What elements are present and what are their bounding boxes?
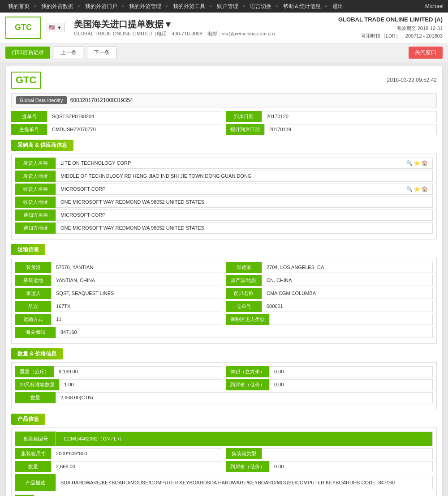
container-no-value: ECMU4482382（CN / L /） (56, 432, 433, 446)
product-section-title: 产品信息 (11, 414, 45, 425)
logo-text: GTC (15, 23, 32, 32)
master-bill-row: 主提单号 CMDUSHZ2070770 报计到岸日期 20170119 (11, 124, 437, 135)
page-subtitle: GLOBAL TRADE ONLINE LIMITED（电话：400-710-3… (74, 30, 338, 37)
hs-code-value: 847160 (56, 327, 433, 338)
consignee-name-label: 收货人名称 (15, 184, 56, 195)
search-icon-2[interactable]: 🔍 (406, 186, 413, 192)
logo-area: GTC 🇺🇸 ▼ (5, 17, 65, 39)
identity-label: Global Data Identity (16, 96, 67, 104)
quantity-section-box: 重量（公斤） 9,169.00 体积（立方米） 0.00 20尺标准箱数量 1.… (11, 362, 437, 409)
language-flag[interactable]: 🇺🇸 ▼ (46, 23, 65, 32)
transport-section-title: 运输信息 (11, 244, 45, 255)
shipper-name-label: 发货人名称 (15, 158, 56, 169)
vessel-value: CMA CGM COLUMBA (262, 288, 433, 299)
voyage-label: 航次 (15, 301, 51, 312)
bill-no-field: 提单号 SQSTSZP0188204 (11, 111, 222, 122)
shipper-icons: 🔍 ⭐ 🏠 (406, 160, 428, 166)
carrier-vessel-row: 承运人 SQST, SEAQUEST LINES 船只名称 CMA CGM CO… (15, 288, 433, 299)
container-20-field: 20尺标准箱数量 1.00 (15, 379, 222, 390)
nav-tools[interactable]: 我的外贸工具 (169, 3, 209, 10)
weight-value: 9,169.00 (54, 366, 222, 377)
page-title: 美国海关进口提单数据 ▾ (74, 18, 338, 30)
weight-field: 重量（公斤） 9,169.00 (15, 366, 222, 377)
bill-row: 提单号 SQSTSZP0188204 到岸日期 20170120 (11, 111, 437, 122)
description-value: SDA HARDWARE/KEYBOARD/MOUSE/COMPUTER KEY… (56, 476, 433, 490)
nav-trade-data[interactable]: 我的外贸数据 (38, 3, 77, 10)
master-bill-field: 主提单号 CMDUSHZ2070770 (11, 124, 222, 135)
voyage-value: 167TX (51, 301, 222, 312)
prod-price-label: 到岸价（估价） (226, 461, 269, 472)
load-place-field: 搭装运地 YANTIAN, CHINA (15, 275, 222, 286)
unload-port-value: 2704, LOS ANGELES, CA (262, 262, 433, 273)
notify-addr-value: ONE MICROSOFT WAY REDMOND WA 98052 UNITE… (56, 222, 433, 234)
time-info: 可用时段（LDR）：200712 - 201803 (338, 32, 443, 40)
nav-portal[interactable]: 我的外贸门户 (82, 3, 121, 10)
consignee-addr-value: ONE MICROSOFT WAY REDMOND WA 98052 UNITE… (56, 197, 433, 208)
nav-language[interactable]: 语言切换 (246, 3, 275, 10)
star-icon[interactable]: ⭐ (414, 160, 420, 166)
home-icon-2[interactable]: 🏠 (422, 186, 428, 192)
nav-help[interactable]: 帮助＆统计信息 (280, 3, 324, 10)
quantity-section-title: 数量 & 价格信息 (11, 348, 63, 359)
nav-logout[interactable]: 退出 (329, 3, 347, 10)
load-place-label: 搭装运地 (15, 275, 51, 286)
consignee-addr-label: 收货人地址 (15, 197, 56, 208)
notify-name-value: MICROSOFT CORP (56, 210, 433, 221)
origin-country-field: 原产国/地区 CN, CHINA (226, 275, 433, 286)
arrival-date-field: 到岸日期 20170120 (226, 111, 437, 122)
page-header: GTC 🇺🇸 ▼ 美国海关进口提单数据 ▾ GLOBAL TRADE ONLIN… (0, 13, 448, 43)
load-port-value: 57078, YANTIAN (51, 262, 222, 273)
print-button[interactable]: 打印贸易记录 (5, 47, 50, 59)
unload-port-label: 卸货港 (226, 262, 262, 273)
weight-label: 重量（公斤） (15, 366, 54, 377)
vessel-label: 船只名称 (226, 288, 262, 299)
consignee-name-row: 收货人名称 MICROSOFT CORP 🔍 ⭐ 🏠 (15, 184, 433, 195)
consignee-name-value: MICROSOFT CORP 🔍 ⭐ 🏠 (56, 184, 433, 195)
prod-price-field: 到岸价（估价） 0.00 (226, 461, 433, 472)
nav-home[interactable]: 我的首页 (4, 3, 33, 10)
supplier-section-title: 采购商 & 供应商信息 (11, 140, 73, 151)
logo: GTC (5, 17, 41, 39)
nav-management[interactable]: 我的外贸管理 (125, 3, 165, 10)
container-size-field: 集装箱尺寸 2000*806*800 (15, 448, 222, 459)
container-no-row: 集装箱编号 ECMU4482382（CN / L /） (15, 432, 433, 446)
arrival-price-label: 到岸价（估价） (226, 379, 269, 390)
bill-no-value: SQSTSZP0188204 (47, 111, 222, 122)
top-toolbar: 打印贸易记录 上一条 下一条 关闭窗口 (0, 43, 448, 62)
master-bill-value: CMDUSHZ2070770 (47, 124, 222, 135)
shipper-name-row: 发货人名称 LITE ON TECHNOLOGY CORP 🔍 ⭐ 🏠 (15, 158, 433, 169)
product-section-box: 集装箱编号 ECMU4482382（CN / L /） 集装箱尺寸 2000*8… (11, 428, 437, 496)
transport-mode-label: 运输方式 (15, 314, 51, 325)
transport-mode-field: 运输方式 11 (15, 314, 222, 325)
volume-label: 体积（立方米） (226, 366, 269, 377)
hs-code-label: 海关编码 (15, 327, 56, 338)
prev-button[interactable]: 上一条 (54, 46, 83, 59)
carrier-field: 承运人 SQST, SEAQUEST LINES (15, 288, 222, 299)
prod-price-value: 0.00 (269, 461, 433, 472)
load-place-value: YANTIAN, CHINA (51, 275, 222, 286)
search-icon[interactable]: 🔍 (406, 160, 413, 166)
load-port-label: 装货港 (15, 262, 51, 273)
nav-account[interactable]: 账户管理 (213, 3, 242, 10)
report-date-value: 20170119 (264, 124, 437, 135)
close-button[interactable]: 关闭窗口 (409, 47, 443, 59)
transport-section-header: 运输信息 (11, 244, 437, 255)
main-content: GTC 2018-03-22 09:52:42 Global Data Iden… (5, 66, 443, 496)
company-name: GLOBAL TRADE ONLINE LIMITED (A) (338, 15, 443, 25)
quantity-section-header: 数量 & 价格信息 (11, 348, 437, 359)
warehouse-value: 000001 (262, 301, 433, 312)
container-type-label: 集装箱类型 (226, 448, 262, 459)
carrier-value: SQST, SEAQUEST LINES (51, 288, 222, 299)
next-button[interactable]: 下一条 (87, 46, 116, 59)
product-section-header: 产品信息 (11, 414, 437, 425)
content-header: GTC 2018-03-22 09:52:42 (11, 72, 437, 89)
top-navigation: 我的首页 ▸ 我的外贸数据 ▸ 我的外贸门户 ▸ 我的外贸管理 ▸ 我的外贸工具… (0, 0, 448, 13)
home-icon[interactable]: 🏠 (422, 160, 428, 166)
carrier-label: 承运人 (15, 288, 51, 299)
transport-section-box: 装货港 57078, YANTIAN 卸货港 2704, LOS ANGELES… (11, 258, 437, 344)
warehouse-label: 仓单号 (226, 301, 262, 312)
transport-mode-value: 11 (51, 314, 222, 325)
nav-links: 我的首页 ▸ 我的外贸数据 ▸ 我的外贸门户 ▸ 我的外贸管理 ▸ 我的外贸工具… (4, 3, 347, 10)
vessel-field: 船只名称 CMA CGM COLUMBA (226, 288, 433, 299)
star-icon-2[interactable]: ⭐ (414, 186, 420, 192)
